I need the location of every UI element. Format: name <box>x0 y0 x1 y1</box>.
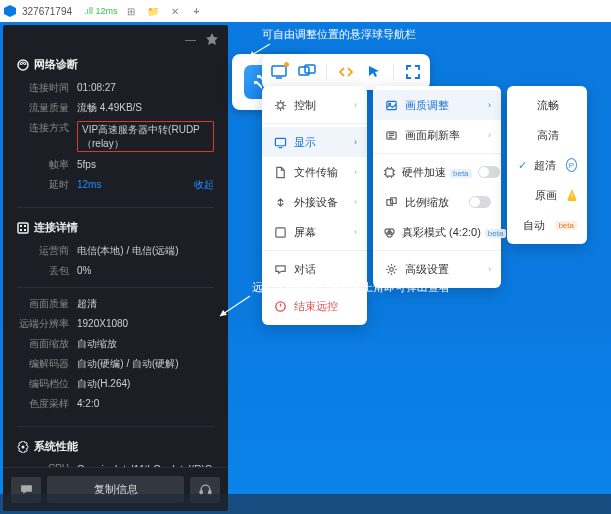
section-network-diag: 网络诊断 连接时间01:08:27流量质量流畅 4.49KB/S连接方式VIP高… <box>3 51 228 201</box>
adv-icon <box>383 263 399 276</box>
toggle-switch[interactable] <box>478 166 500 178</box>
menu-item[interactable]: 流畅 <box>507 90 587 120</box>
menu-label: 自动 <box>523 218 545 233</box>
menu-label: 真彩模式 (4:2:0)beta <box>402 225 506 240</box>
chevron-right-icon: › <box>354 100 357 110</box>
row-value: 1920X1080 <box>77 317 214 331</box>
info-row: 连接时间01:08:27 <box>17 78 214 98</box>
ctrl-icon <box>272 99 288 112</box>
toolbar-pointer-icon[interactable] <box>365 63 383 81</box>
row-value: 12ms收起 <box>77 178 214 192</box>
folder-icon[interactable]: 📁 <box>147 6 159 17</box>
row-label: 编码档位 <box>17 377 69 391</box>
info-row: 连接方式VIP高速服务器中转(RUDP（relay） <box>17 118 214 155</box>
add-tab-button[interactable]: + <box>194 6 200 17</box>
row-label: 画面质量 <box>17 297 69 311</box>
menu-label: 原画 <box>535 188 557 203</box>
remote-taskbar <box>0 494 611 514</box>
chevron-right-icon: › <box>354 227 357 237</box>
menu-label: 高级设置 <box>405 262 482 277</box>
toggle-switch[interactable] <box>469 196 491 208</box>
floating-toolbar <box>262 54 430 90</box>
row-label: 色度采样 <box>17 397 69 411</box>
svg-rect-20 <box>386 199 392 205</box>
quality-submenu: 流畅高清✓超清P原画!自动beta <box>507 86 587 244</box>
chevron-right-icon: › <box>354 197 357 207</box>
row-value: 流畅 4.49KB/S <box>77 101 214 115</box>
chevron-right-icon: › <box>488 264 491 274</box>
row-label: 连接方式 <box>17 121 69 152</box>
menu-item[interactable]: 比例缩放 <box>373 187 501 217</box>
display-submenu: 画质调整›画面刷新率›硬件加速beta比例缩放真彩模式 (4:2:0)beta高… <box>373 86 501 288</box>
svg-rect-21 <box>390 197 396 203</box>
menu-item[interactable]: 画质调整› <box>373 90 501 120</box>
menu-item[interactable]: 画面刷新率› <box>373 120 501 150</box>
row-value: 电信(本地) / 电信(远端) <box>77 244 214 258</box>
info-row: 画面缩放自动缩放 <box>17 334 214 354</box>
signal-indicator: .ıll 12ms <box>84 6 118 16</box>
annotation-top: 可自由调整位置的悬浮球导航栏 <box>262 27 416 42</box>
menu-item[interactable]: 屏幕› <box>262 217 367 247</box>
app-logo-icon <box>4 5 16 17</box>
toolbar-code-icon[interactable] <box>337 63 355 81</box>
section-header: 系统性能 <box>17 439 214 454</box>
svg-rect-11 <box>305 65 315 73</box>
row-value: 4:2:0 <box>77 397 214 411</box>
toolbar-multi-monitor-icon[interactable] <box>298 63 316 81</box>
info-row: 流量质量流畅 4.49KB/S <box>17 98 214 118</box>
screen-icon[interactable]: ⊞ <box>127 6 135 17</box>
menu-item[interactable]: 结束远控 <box>262 291 367 321</box>
section-header: 连接详情 <box>17 220 214 235</box>
file-icon <box>272 166 288 179</box>
row-value: 0% <box>77 264 214 278</box>
section-connection-detail: 连接详情 运营商电信(本地) / 电信(远端)丢包0%画面质量超清远端分辨率19… <box>3 214 228 420</box>
collapse-link[interactable]: 收起 <box>194 178 214 192</box>
arrow-icon <box>214 292 254 322</box>
pin-icon[interactable] <box>206 33 218 47</box>
menu-label: 结束远控 <box>294 299 357 314</box>
info-row: 色度采样4:2:0 <box>17 394 214 414</box>
disp-icon <box>272 136 288 149</box>
svg-point-12 <box>277 102 283 108</box>
menu-item[interactable]: 自动beta <box>507 210 587 240</box>
svg-rect-1 <box>18 223 28 233</box>
close-tab-icon[interactable]: ✕ <box>171 6 179 17</box>
warning-icon: ! <box>567 189 577 201</box>
info-row: 帧率5fps <box>17 155 214 175</box>
menu-item[interactable]: 控制› <box>262 90 367 120</box>
svg-rect-5 <box>24 229 26 231</box>
svg-point-25 <box>389 267 393 271</box>
menu-item[interactable]: 文件传输› <box>262 157 367 187</box>
menu-item[interactable]: 外接设备› <box>262 187 367 217</box>
menu-item[interactable]: 高清 <box>507 120 587 150</box>
row-label: 编解码器 <box>17 357 69 371</box>
menu-item[interactable]: 原画! <box>507 180 587 210</box>
menu-label: 外接设备 <box>294 195 348 210</box>
menu-label: 硬件加速beta <box>402 165 472 180</box>
menu-label: 控制 <box>294 98 348 113</box>
menu-label: 显示 <box>294 135 348 150</box>
menu-label: 屏幕 <box>294 225 348 240</box>
menu-item[interactable]: 真彩模式 (4:2:0)beta <box>373 217 501 247</box>
toolbar-fullscreen-icon[interactable] <box>404 63 422 81</box>
menu-label: 文件传输 <box>294 165 348 180</box>
minimize-icon[interactable]: — <box>185 33 196 47</box>
menu-label: 画质调整 <box>405 98 482 113</box>
end-icon <box>272 300 288 313</box>
img-icon <box>383 99 399 112</box>
session-id: 327671794 <box>22 6 72 17</box>
chevron-right-icon: › <box>354 167 357 177</box>
svg-point-6 <box>22 445 25 448</box>
row-label: 延时 <box>17 178 69 192</box>
menu-item[interactable]: ✓超清P <box>507 150 587 180</box>
svg-rect-3 <box>24 225 26 227</box>
menu-item[interactable]: 硬件加速beta <box>373 157 501 187</box>
chevron-right-icon: › <box>488 100 491 110</box>
menu-item[interactable]: 显示› <box>262 127 367 157</box>
annotation-mid: 远控连接详情点桌面左上角即可弹出查看 <box>252 280 450 295</box>
ref-icon <box>383 129 399 142</box>
svg-rect-4 <box>20 229 22 231</box>
svg-rect-9 <box>272 66 286 76</box>
toolbar-monitor-icon[interactable] <box>270 63 288 81</box>
info-row: 画面质量超清 <box>17 294 214 314</box>
